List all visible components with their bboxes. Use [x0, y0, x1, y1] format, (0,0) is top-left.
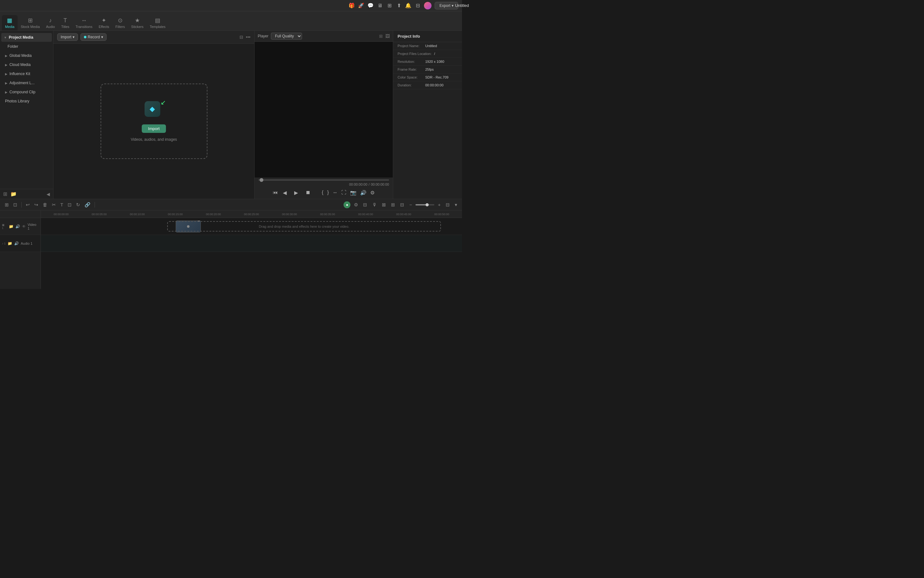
stop-button[interactable]: ⏹	[306, 190, 311, 195]
avatar[interactable]	[424, 2, 431, 10]
project-files-row: Project Files Location: /	[393, 50, 462, 58]
upload-icon[interactable]: ⬆	[396, 3, 402, 9]
export-arrow: ▾	[452, 3, 454, 8]
drop-icon-wrapper: ↙	[145, 101, 163, 120]
minus-zoom[interactable]: −	[408, 201, 413, 208]
play-button[interactable]: ▶	[292, 188, 301, 197]
sidebar-item-folder[interactable]: Folder	[1, 42, 52, 51]
image-view-icon[interactable]: 🖼	[385, 34, 390, 39]
tab-templates[interactable]: ▤ Templates	[146, 15, 168, 31]
caption-icon[interactable]: ⊟	[399, 201, 406, 209]
step-back-button[interactable]: ⏮	[273, 190, 278, 195]
tab-effects[interactable]: ✦ Effects	[96, 15, 112, 31]
sidebar-nav: ▼ Project Media Folder ▶ Global Media ▶ …	[0, 31, 53, 189]
media-tab-label: Media	[5, 25, 15, 29]
audio-track-label: ♪ 1 📁 🔊 Audio 1	[0, 235, 41, 252]
drop-hint[interactable]: Drag and drop media and effects here to …	[167, 221, 441, 232]
tab-transitions[interactable]: ↔ Transitions	[73, 15, 96, 31]
split-icon[interactable]: ⊠	[380, 201, 387, 209]
mark-in-button[interactable]: {	[322, 190, 324, 196]
link-button[interactable]: 🔗	[83, 201, 92, 209]
tab-filters[interactable]: ⊙ Filters	[112, 15, 128, 31]
mark-clip-button[interactable]: ↔	[332, 190, 338, 196]
mark-out-button[interactable]: }	[327, 190, 329, 196]
grid-icon[interactable]: ⊞	[386, 3, 392, 9]
import-green-button[interactable]: Import	[142, 124, 166, 133]
scrubber-thumb[interactable]	[260, 178, 264, 182]
total-time: 00:00:00:00	[371, 182, 389, 186]
sidebar-item-compound-clip[interactable]: ▶ Compound Clip	[1, 88, 52, 96]
effects-tab-label: Effects	[99, 25, 109, 29]
more-options-icon[interactable]: •••	[246, 34, 251, 40]
pip-icon[interactable]: ⊞	[389, 201, 397, 209]
frame-back-button[interactable]: ◀	[283, 190, 286, 196]
video-track-name: Video 1	[28, 223, 39, 230]
record-button[interactable]: Record ▾	[80, 33, 107, 41]
tab-titles[interactable]: T Titles	[58, 15, 73, 31]
more-tl-icon[interactable]: ▾	[453, 201, 459, 209]
delete-button[interactable]: 🗑	[41, 201, 49, 208]
photos-library-label: Photos Library	[5, 99, 29, 103]
grid-view-icon[interactable]: ⊞	[379, 34, 383, 39]
undo-button[interactable]: ↩	[24, 201, 31, 209]
sidebar-item-project-media[interactable]: ▼ Project Media	[1, 33, 52, 42]
sidebar-item-cloud-media[interactable]: ▶ Cloud Media	[1, 60, 52, 69]
mic-icon[interactable]: 🎙	[371, 201, 378, 208]
fullscreen-button[interactable]: ⛶	[341, 190, 346, 196]
audio-track-folder-icon[interactable]: 📁	[8, 241, 12, 246]
sidebar-item-influence-kit[interactable]: ▶ Influence Kit	[1, 70, 52, 78]
gift-icon[interactable]: 🎁	[348, 3, 355, 9]
record-circle-button[interactable]: ●	[343, 201, 350, 208]
tab-media[interactable]: ▦ Media	[2, 15, 18, 31]
import-button[interactable]: Import ▾	[57, 33, 78, 41]
chat-icon[interactable]: 💬	[368, 3, 374, 9]
drop-zone[interactable]: ↙ Import Videos, audios, and images	[101, 84, 207, 159]
settings-tl-icon[interactable]: ⚙	[352, 201, 360, 209]
video-track-audio-icon[interactable]: 🔊	[15, 224, 20, 229]
cut-button[interactable]: ✂	[50, 201, 57, 209]
scrubber-track[interactable]	[258, 179, 389, 180]
sidebar-item-adjustment-layer[interactable]: ▶ Adjustment L...	[1, 78, 52, 87]
redo-button[interactable]: ↪	[33, 201, 40, 209]
magnetic-icon[interactable]: ⊡	[11, 201, 19, 209]
global-media-chevron: ▶	[5, 54, 8, 57]
apps-icon[interactable]: ⊟	[415, 3, 421, 9]
folder-icon[interactable]: 📁	[10, 191, 17, 197]
rotate-button[interactable]: ↻	[75, 201, 82, 209]
project-name-value: Untitled	[425, 44, 437, 48]
add-clip-icon[interactable]: ⊞	[3, 201, 10, 209]
zoom-track[interactable]	[415, 204, 434, 205]
bell-icon[interactable]: 🔔	[405, 3, 412, 9]
audio-button[interactable]: 🔊	[360, 190, 366, 196]
filter-icon[interactable]: ⊟	[239, 34, 243, 40]
video-track-eye-icon[interactable]: 👁	[22, 224, 26, 229]
zoom-thumb[interactable]	[426, 203, 429, 206]
sidebar-item-global-media[interactable]: ▶ Global Media	[1, 51, 52, 60]
timeline-scrubber[interactable]	[258, 179, 389, 180]
quality-select[interactable]: Full Quality	[271, 32, 302, 40]
snapshot-button[interactable]: 📷	[350, 190, 356, 196]
mask-icon[interactable]: ⊟	[361, 201, 369, 209]
layout-icon[interactable]: ⊟	[444, 201, 451, 209]
collapse-sidebar-icon[interactable]: ◀	[47, 192, 50, 196]
crop-button[interactable]: ⊡	[66, 201, 73, 209]
audio-track-mute-icon[interactable]: 🔊	[14, 241, 19, 246]
adjustment-layer-label: Adjustment L...	[10, 81, 34, 85]
rocket-icon[interactable]: 🚀	[358, 3, 364, 9]
video-track-folder-icon[interactable]: 📁	[9, 224, 13, 229]
add-folder-icon[interactable]: ⊞	[3, 191, 7, 197]
tab-stock-media[interactable]: ⊞ Stock Media	[18, 15, 43, 31]
sidebar-item-photos-library[interactable]: Photos Library	[1, 97, 52, 106]
text-button[interactable]: T	[59, 201, 65, 208]
project-files-value: /	[434, 52, 435, 55]
tab-audio[interactable]: ♪ Audio	[43, 15, 58, 31]
settings-button[interactable]: ⚙	[370, 190, 375, 196]
transitions-tab-icon: ↔	[81, 17, 87, 24]
media-tab-icon: ▦	[7, 17, 12, 24]
tab-stickers[interactable]: ★ Stickers	[128, 15, 146, 31]
player-view-icons: ⊞ 🖼	[379, 34, 390, 39]
plus-zoom[interactable]: +	[436, 201, 442, 208]
export-button[interactable]: Export ▾	[435, 2, 458, 10]
display-icon[interactable]: 🖥	[377, 3, 383, 9]
zoom-slider[interactable]	[415, 204, 434, 205]
